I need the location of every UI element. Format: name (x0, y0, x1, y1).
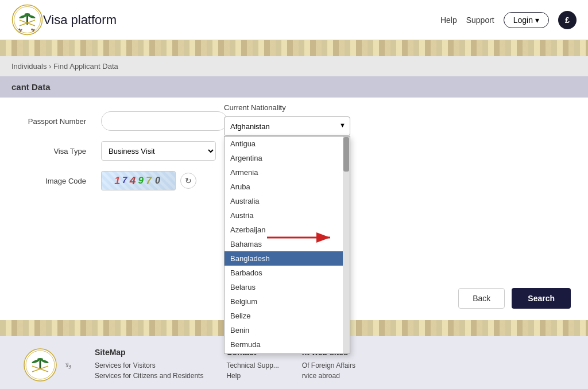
dropdown-item[interactable]: Austria (225, 208, 350, 223)
dropdown-item[interactable]: Bermuda (225, 337, 350, 352)
user-avatar[interactable]: £ (558, 11, 577, 29)
contact-link-support[interactable]: Technical Supp... (226, 361, 278, 369)
svg-rect-14 (40, 360, 41, 369)
breadcrumb-current: Find Applicant Data (53, 62, 118, 71)
nationality-row: Current Nationality Afghanistan ▼ Antigu… (224, 103, 373, 136)
footer-logo-area: ولا (23, 348, 72, 382)
svg-text:🦅: 🦅 (31, 28, 36, 33)
svg-point-5 (25, 13, 30, 15)
visa-type-select[interactable]: Business Visit Tourist Visa Work Visa Tr… (101, 141, 216, 161)
dropdown-item[interactable]: Bangladesh (225, 251, 350, 266)
help-link[interactable]: Help (440, 15, 457, 25)
sitemap-link-citizens[interactable]: Services for Citizens and Residents (95, 372, 203, 380)
dropdown-item[interactable]: Armenia (225, 165, 350, 180)
visa-type-label: Visa Type (17, 147, 92, 155)
app-title: Visa platform (43, 13, 440, 28)
breadcrumb-parent[interactable]: Individuals (11, 62, 47, 71)
captcha-image: 1 7 4 9 7 0 (101, 171, 176, 190)
form-area: Passport Number Visa Type Business Visit… (0, 98, 588, 281)
dropdown-item[interactable]: Belgium (225, 294, 350, 309)
nationality-select-wrapper: Afghanistan ▼ AntiguaArgentinaArmeniaAru… (224, 116, 350, 136)
search-button[interactable]: Search (512, 288, 571, 309)
dropdown-scrollbar[interactable] (343, 137, 350, 354)
passport-input[interactable] (101, 111, 227, 131)
websites-link-abroad[interactable]: rvice abroad (302, 372, 355, 380)
dropdown-item[interactable]: Antigua (225, 137, 350, 151)
top-nav: Help Support Login ▾ £ (440, 11, 577, 29)
dropdown-item[interactable]: Belarus (225, 280, 350, 294)
nationality-section: Current Nationality Afghanistan ▼ Antigu… (224, 103, 373, 170)
dropdown-item[interactable]: Argentina (225, 151, 350, 165)
footer-sitemap: SiteMap Services for Visitors Services f… (95, 348, 203, 382)
back-button[interactable]: Back (458, 288, 505, 309)
dropdown-item[interactable]: Australia (225, 194, 350, 208)
dropdown-item[interactable]: Bhutan (225, 352, 350, 354)
sitemap-title: SiteMap (95, 348, 203, 357)
svg-point-17 (37, 358, 43, 360)
logo-emblem: 🦅 🦅 (11, 4, 43, 36)
red-arrow-indicator (264, 229, 339, 247)
nationality-select[interactable]: Afghanistan (224, 116, 350, 136)
captcha-box: 1 7 4 9 7 0 ↻ (101, 171, 196, 190)
main-content: cant Data Passport Number Visa Type Busi… (0, 76, 588, 320)
passport-label: Passport Number (17, 117, 92, 126)
dropdown-item[interactable]: Barbados (225, 266, 350, 280)
refresh-captcha-button[interactable]: ↻ (180, 173, 196, 189)
image-code-label: Image Code (17, 177, 92, 185)
footer-arabic-text: ولا (65, 362, 72, 368)
scrollbar-thumb (343, 137, 349, 172)
breadcrumb-separator: › (49, 62, 51, 71)
footer-emblem (23, 348, 57, 382)
websites-link-foreign[interactable]: Of Foreign Affairs (302, 361, 355, 369)
breadcrumb: Individuals › Find Applicant Data (0, 56, 588, 76)
dropdown-item[interactable]: Aruba (225, 180, 350, 194)
section-title: cant Data (0, 76, 588, 98)
dropdown-item[interactable]: Belize (225, 309, 350, 323)
top-decorative-banner (0, 40, 588, 56)
sitemap-link-visitors[interactable]: Services for Visitors (95, 361, 203, 369)
support-link[interactable]: Support (466, 15, 494, 25)
dropdown-item[interactable]: Benin (225, 323, 350, 337)
login-button[interactable]: Login ▾ (504, 12, 549, 28)
contact-link-help[interactable]: Help (226, 372, 278, 380)
svg-text:🦅: 🦅 (18, 28, 23, 33)
nationality-label: Current Nationality (224, 103, 286, 112)
header: 🦅 🦅 Visa platform Help Support Login ▾ £ (0, 0, 588, 40)
